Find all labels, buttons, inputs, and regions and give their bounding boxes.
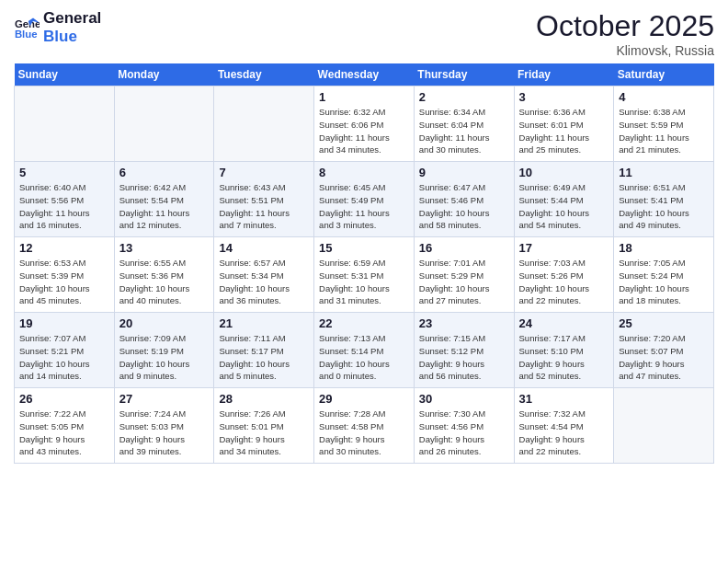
day-number: 14 — [219, 241, 309, 255]
calendar-cell: 25Sunrise: 7:20 AMSunset: 5:07 PMDayligh… — [614, 313, 714, 388]
day-number: 10 — [519, 166, 609, 179]
weekday-header-tuesday: Tuesday — [214, 63, 314, 86]
day-number: 7 — [219, 166, 309, 179]
calendar-cell: 21Sunrise: 7:11 AMSunset: 5:17 PMDayligh… — [214, 313, 314, 388]
day-info: Sunrise: 6:43 AMSunset: 5:51 PMDaylight:… — [219, 181, 309, 232]
page-container: General Blue General Blue October 2025 K… — [0, 0, 728, 473]
day-number: 6 — [119, 166, 210, 179]
calendar-cell: 23Sunrise: 7:15 AMSunset: 5:12 PMDayligh… — [414, 313, 514, 388]
day-info: Sunrise: 6:49 AMSunset: 5:44 PMDaylight:… — [519, 181, 609, 232]
day-info: Sunrise: 6:45 AMSunset: 5:49 PMDaylight:… — [319, 181, 409, 232]
weekday-header-monday: Monday — [114, 63, 214, 86]
calendar-cell: 9Sunrise: 6:47 AMSunset: 5:46 PMDaylight… — [414, 162, 514, 237]
day-info: Sunrise: 6:42 AMSunset: 5:54 PMDaylight:… — [119, 181, 210, 232]
calendar-cell — [114, 86, 214, 162]
day-number: 30 — [419, 392, 509, 406]
day-number: 24 — [519, 316, 609, 330]
logo-general: General — [43, 9, 101, 28]
day-info: Sunrise: 7:03 AMSunset: 5:26 PMDaylight:… — [519, 257, 609, 307]
calendar-cell: 6Sunrise: 6:42 AMSunset: 5:54 PMDaylight… — [114, 162, 214, 237]
day-info: Sunrise: 7:05 AMSunset: 5:24 PMDaylight:… — [619, 257, 709, 307]
calendar-week-4: 19Sunrise: 7:07 AMSunset: 5:21 PMDayligh… — [15, 313, 714, 388]
calendar-cell: 28Sunrise: 7:26 AMSunset: 5:01 PMDayligh… — [214, 388, 314, 464]
day-info: Sunrise: 7:24 AMSunset: 5:03 PMDaylight:… — [119, 408, 210, 458]
day-number: 16 — [419, 241, 509, 255]
day-number: 8 — [319, 166, 409, 179]
day-number: 22 — [319, 316, 409, 330]
calendar-week-5: 26Sunrise: 7:22 AMSunset: 5:05 PMDayligh… — [15, 388, 714, 464]
calendar-cell: 15Sunrise: 6:59 AMSunset: 5:31 PMDayligh… — [314, 237, 415, 313]
day-number: 9 — [419, 166, 509, 179]
calendar-cell: 12Sunrise: 6:53 AMSunset: 5:39 PMDayligh… — [15, 237, 115, 313]
day-number: 20 — [119, 316, 210, 330]
calendar-cell: 19Sunrise: 7:07 AMSunset: 5:21 PMDayligh… — [15, 313, 115, 388]
weekday-header-friday: Friday — [514, 63, 614, 86]
calendar-cell: 1Sunrise: 6:32 AMSunset: 6:06 PMDaylight… — [314, 86, 415, 162]
weekday-header-wednesday: Wednesday — [314, 63, 415, 86]
day-number: 13 — [119, 241, 210, 255]
logo-icon: General Blue — [14, 15, 40, 40]
day-number: 18 — [619, 241, 709, 255]
calendar-cell: 29Sunrise: 7:28 AMSunset: 4:58 PMDayligh… — [314, 388, 415, 464]
calendar-cell: 22Sunrise: 7:13 AMSunset: 5:14 PMDayligh… — [314, 313, 415, 388]
logo: General Blue General Blue — [14, 9, 101, 45]
calendar-cell: 14Sunrise: 6:57 AMSunset: 5:34 PMDayligh… — [214, 237, 314, 313]
day-number: 12 — [19, 241, 109, 255]
weekday-header-sunday: Sunday — [15, 63, 115, 86]
day-info: Sunrise: 7:07 AMSunset: 5:21 PMDaylight:… — [19, 332, 109, 383]
calendar-cell: 17Sunrise: 7:03 AMSunset: 5:26 PMDayligh… — [514, 237, 614, 313]
calendar-cell: 13Sunrise: 6:55 AMSunset: 5:36 PMDayligh… — [114, 237, 214, 313]
calendar-cell: 24Sunrise: 7:17 AMSunset: 5:10 PMDayligh… — [514, 313, 614, 388]
calendar-cell: 31Sunrise: 7:32 AMSunset: 4:54 PMDayligh… — [514, 388, 614, 464]
day-number: 19 — [19, 316, 109, 330]
calendar-cell — [614, 388, 714, 464]
day-info: Sunrise: 6:53 AMSunset: 5:39 PMDaylight:… — [19, 257, 109, 307]
day-number: 5 — [19, 166, 109, 179]
calendar-cell: 20Sunrise: 7:09 AMSunset: 5:19 PMDayligh… — [114, 313, 214, 388]
day-number: 2 — [419, 90, 509, 104]
day-info: Sunrise: 7:22 AMSunset: 5:05 PMDaylight:… — [19, 408, 109, 458]
day-info: Sunrise: 7:13 AMSunset: 5:14 PMDaylight:… — [319, 332, 409, 383]
day-number: 26 — [19, 392, 109, 406]
day-info: Sunrise: 7:17 AMSunset: 5:10 PMDaylight:… — [519, 332, 609, 383]
day-number: 27 — [119, 392, 210, 406]
calendar-cell: 30Sunrise: 7:30 AMSunset: 4:56 PMDayligh… — [414, 388, 514, 464]
day-info: Sunrise: 7:32 AMSunset: 4:54 PMDaylight:… — [519, 408, 609, 458]
calendar-cell: 18Sunrise: 7:05 AMSunset: 5:24 PMDayligh… — [614, 237, 714, 313]
location: Klimovsk, Russia — [536, 43, 714, 58]
calendar-cell: 3Sunrise: 6:36 AMSunset: 6:01 PMDaylight… — [514, 86, 614, 162]
calendar-cell: 8Sunrise: 6:45 AMSunset: 5:49 PMDaylight… — [314, 162, 415, 237]
day-number: 1 — [319, 90, 409, 104]
header: General Blue General Blue October 2025 K… — [14, 9, 714, 58]
day-info: Sunrise: 6:57 AMSunset: 5:34 PMDaylight:… — [219, 257, 309, 307]
day-info: Sunrise: 7:30 AMSunset: 4:56 PMDaylight:… — [419, 408, 509, 458]
day-info: Sunrise: 6:34 AMSunset: 6:04 PMDaylight:… — [419, 106, 509, 156]
day-number: 3 — [519, 90, 609, 104]
weekday-header-thursday: Thursday — [414, 63, 514, 86]
calendar-cell: 10Sunrise: 6:49 AMSunset: 5:44 PMDayligh… — [514, 162, 614, 237]
day-info: Sunrise: 7:28 AMSunset: 4:58 PMDaylight:… — [319, 408, 409, 458]
day-number: 28 — [219, 392, 309, 406]
day-number: 21 — [219, 316, 309, 330]
day-info: Sunrise: 7:20 AMSunset: 5:07 PMDaylight:… — [619, 332, 709, 383]
header-row: SundayMondayTuesdayWednesdayThursdayFrid… — [15, 63, 714, 86]
day-info: Sunrise: 7:09 AMSunset: 5:19 PMDaylight:… — [119, 332, 210, 383]
day-info: Sunrise: 6:40 AMSunset: 5:56 PMDaylight:… — [19, 181, 109, 232]
day-info: Sunrise: 6:51 AMSunset: 5:41 PMDaylight:… — [619, 181, 709, 232]
day-number: 15 — [319, 241, 409, 255]
month-title: October 2025 — [536, 9, 714, 43]
title-block: October 2025 Klimovsk, Russia — [536, 9, 714, 58]
day-info: Sunrise: 7:01 AMSunset: 5:29 PMDaylight:… — [419, 257, 509, 307]
day-number: 17 — [519, 241, 609, 255]
day-info: Sunrise: 7:11 AMSunset: 5:17 PMDaylight:… — [219, 332, 309, 383]
day-number: 11 — [619, 166, 709, 179]
calendar-cell: 7Sunrise: 6:43 AMSunset: 5:51 PMDaylight… — [214, 162, 314, 237]
calendar-week-3: 12Sunrise: 6:53 AMSunset: 5:39 PMDayligh… — [15, 237, 714, 313]
calendar-week-1: 1Sunrise: 6:32 AMSunset: 6:06 PMDaylight… — [15, 86, 714, 162]
calendar-cell: 5Sunrise: 6:40 AMSunset: 5:56 PMDaylight… — [15, 162, 115, 237]
calendar-cell: 16Sunrise: 7:01 AMSunset: 5:29 PMDayligh… — [414, 237, 514, 313]
day-info: Sunrise: 6:38 AMSunset: 5:59 PMDaylight:… — [619, 106, 709, 156]
calendar-cell: 26Sunrise: 7:22 AMSunset: 5:05 PMDayligh… — [15, 388, 115, 464]
day-info: Sunrise: 6:36 AMSunset: 6:01 PMDaylight:… — [519, 106, 609, 156]
calendar-cell: 11Sunrise: 6:51 AMSunset: 5:41 PMDayligh… — [614, 162, 714, 237]
